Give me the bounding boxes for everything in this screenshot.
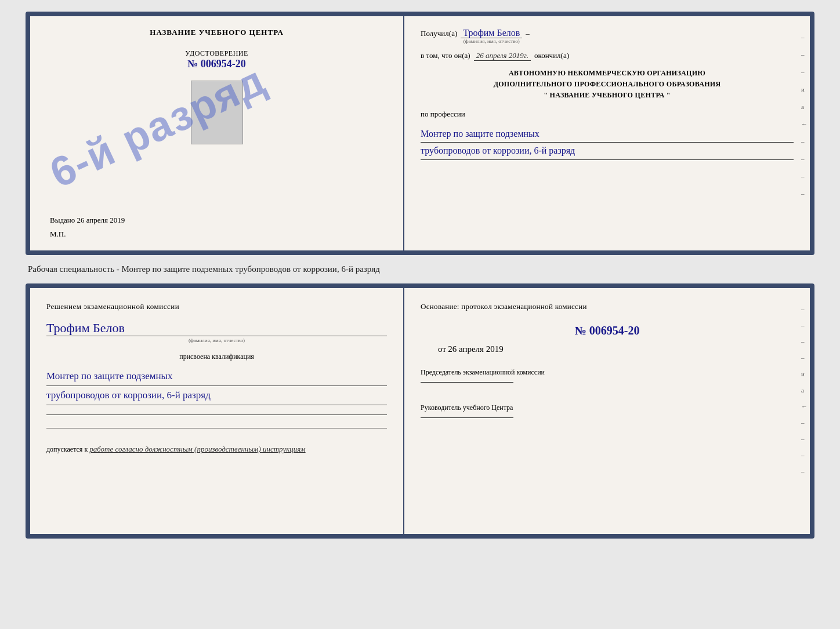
cert-profession-line2: трубопроводов от коррозии, 6-й разряд [46,386,387,405]
chairman-block: Председатель экзаменационной комиссии [421,367,794,387]
org-line2: ДОПОЛНИТЕЛЬНОГО ПРОФЕССИОНАЛЬНОГО ОБРАЗО… [421,79,794,90]
diploma-top: НАЗВАНИЕ УЧЕБНОГО ЦЕНТРА УДОСТОВЕРЕНИЕ №… [26,12,814,255]
diploma-school-name: НАЗВАНИЕ УЧЕБНОГО ЦЕНТРА [150,28,284,37]
profession-text: Монтер по защите подземных трубопроводов… [421,126,794,161]
received-label: Получил(а) [421,29,457,38]
cert-right-side-marks: – – – – и а ← – – – – [801,306,808,475]
cert-number-block: № 006954-20 [421,324,794,337]
certificate-bottom: Решением экзаменационной комиссии Трофим… [26,283,814,539]
udostoverenie-label: УДОСТОВЕРЕНИЕ [185,49,248,57]
completion-date: 26 апреля 2019г. [474,51,531,61]
in-that-label: в том, что он(а) [421,51,470,60]
admission-prefix: допускается к [46,445,88,453]
cert-left-panel: Решением экзаменационной комиссии Трофим… [30,288,404,534]
cert-name-sublabel: (фамилия, имя, отчество) [46,336,387,343]
name-sublabel: (фамилия, имя, отчество) [461,38,522,44]
issued-date-line: Выдано 26 апреля 2019 [44,216,389,225]
finished-label: окончил(а) [534,51,569,60]
subtitle-text: Рабочая специальность - Монтер по защите… [26,264,814,274]
received-line: Получил(а) Трофим Белов (фамилия, имя, о… [421,28,794,44]
director-block: Руководитель учебного Центра [421,402,794,423]
photo-placeholder [191,81,243,144]
profession-line2: трубопроводов от коррозии, 6-й разряд [421,143,794,160]
basis-label: Основание: протокол экзаменационной коми… [421,301,794,312]
profession-line1: Монтер по защите подземных [421,126,794,143]
diploma-right-panel: Получил(а) Трофим Белов (фамилия, имя, о… [404,16,810,250]
cert-right-panel: Основание: протокол экзаменационной коми… [404,288,810,534]
organization-block: АВТОНОМНУЮ НЕКОММЕРЧЕСКУЮ ОРГАНИЗАЦИЮ ДО… [421,68,794,101]
cert-underline2 [46,428,387,428]
chairman-sig-line [421,382,513,383]
cert-recipient-name: Трофим Белов [46,321,387,336]
mp-line: М.П. [44,230,389,239]
recipient-name: Трофим Белов [461,28,522,38]
diploma-number-badge: УДОСТОВЕРЕНИЕ № 006954-20 [185,48,248,70]
director-title: Руководитель учебного Центра [421,402,794,413]
cert-profession-line1: Монтер по защите подземных [46,367,387,386]
right-side-marks: – – – и а ← – – – – [801,34,808,197]
director-sig-line [421,417,513,418]
chairman-title: Председатель экзаменационной комиссии [421,367,794,377]
cert-profession-block: Монтер по защите подземных трубопроводов… [46,367,387,406]
cert-admission-block: допускается к работе согласно должностны… [46,445,387,454]
admission-text: работе согласно должностным (производств… [89,445,305,453]
recipient-name-block: Трофим Белов (фамилия, имя, отчество) [461,28,522,44]
cert-decision-title: Решением экзаменационной комиссии [46,301,387,312]
cert-date: 26 апреля 2019 [448,344,504,354]
org-line1: АВТОНОМНУЮ НЕКОММЕРЧЕСКУЮ ОРГАНИЗАЦИЮ [421,68,794,79]
date-line: в том, что он(а) 26 апреля 2019г. окончи… [421,51,794,61]
diploma-number: № 006954-20 [187,58,246,70]
profession-label: по профессии [421,108,794,119]
cert-number: № 006954-20 [575,324,640,337]
cert-underline1 [46,415,387,415]
cert-qualification-label: присвоена квалификация [46,352,387,361]
diploma-left-panel: НАЗВАНИЕ УЧЕБНОГО ЦЕНТРА УДОСТОВЕРЕНИЕ №… [30,16,404,250]
org-line3: " НАЗВАНИЕ УЧЕБНОГО ЦЕНТРА " [421,90,794,101]
cert-name-block: Трофим Белов (фамилия, имя, отчество) [46,318,387,343]
cert-date-block: от 26 апреля 2019 [438,344,794,354]
